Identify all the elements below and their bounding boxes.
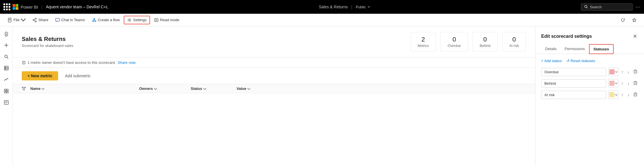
table-header: Name Owners Status Value [13, 84, 535, 93]
col-name[interactable]: Name [30, 86, 139, 91]
scorecard-subtitle: Scorecard for skateboard sales [22, 44, 73, 48]
svg-rect-34 [4, 100, 8, 104]
move-up-behind[interactable]: ↑ [621, 80, 624, 86]
stat-behind-label: Behind [480, 44, 490, 48]
sidebar-item-data[interactable] [1, 63, 11, 73]
move-down-overdue[interactable]: ↓ [627, 69, 630, 75]
move-down-atrisk[interactable]: ↓ [627, 92, 630, 98]
delete-overdue[interactable] [633, 68, 638, 76]
svg-marker-40 [22, 87, 25, 90]
top-bar-right: Search ⋯ [581, 3, 641, 11]
sidebar-item-new[interactable] [1, 40, 11, 50]
star-button[interactable] [629, 16, 639, 24]
file-button[interactable]: File [5, 16, 28, 24]
toolbar-right [618, 16, 639, 24]
panel-close-button[interactable]: ✕ [632, 32, 638, 41]
status-row-atrisk: ↑ ↓ [541, 90, 638, 99]
svg-rect-32 [4, 91, 6, 93]
svg-point-13 [95, 21, 96, 22]
share-button[interactable]: Share [29, 16, 51, 24]
svg-point-39 [24, 62, 24, 62]
settings-panel: Edit scorecard settings ✕ Details Permis… [535, 26, 644, 166]
app-name: Power BI [21, 5, 38, 9]
tab-statuses[interactable]: Statuses [589, 44, 614, 54]
panel-tabs: Details Permissions Statuses [535, 41, 644, 54]
tab-details[interactable]: Details [541, 44, 561, 54]
readmode-button[interactable]: Read mode [151, 16, 182, 24]
status-input-behind[interactable] [541, 79, 606, 88]
new-metric-button[interactable]: + New metric [22, 71, 58, 80]
status-input-overdue[interactable] [541, 68, 606, 76]
content-area: Sales & Returns Scorecard for skateboard… [13, 26, 535, 166]
workspace-title: Aquent vendor team – DevRel C+L [46, 5, 109, 9]
search-label: Search [590, 5, 602, 9]
visibility-badge[interactable]: Public [356, 5, 370, 9]
filter-button[interactable] [22, 87, 26, 91]
refresh-button[interactable] [618, 16, 628, 24]
color-swatch-behind [609, 81, 615, 86]
panel-title: Edit scorecard settings [541, 34, 592, 39]
stat-metrics-label: Metrics [418, 44, 429, 48]
stat-behind: 0 Behind [472, 32, 497, 52]
scorecard-title: Sales & Returns [22, 36, 73, 42]
col-value[interactable]: Value [237, 86, 271, 91]
add-status-button[interactable]: + Add status [541, 59, 562, 63]
svg-point-11 [94, 18, 95, 19]
svg-rect-31 [7, 89, 8, 91]
chat-button[interactable]: Chat in Teams [52, 16, 88, 24]
sidebar-item-workspaces[interactable] [1, 86, 11, 96]
move-up-overdue[interactable]: ↑ [621, 69, 624, 75]
col-owners[interactable]: Owners [139, 86, 191, 91]
status-color-atrisk[interactable] [608, 90, 618, 99]
stat-behind-value: 0 [480, 36, 490, 43]
tab-permissions[interactable]: Permissions [561, 44, 589, 54]
settings-button[interactable]: Settings [124, 16, 150, 24]
sidebar-item-browse[interactable] [1, 52, 11, 62]
panel-actions: + Add status ↺ Reset statuses [541, 59, 638, 63]
color-swatch-atrisk [609, 92, 615, 97]
left-sidebar [0, 26, 13, 166]
sidebar-item-metrics[interactable] [1, 74, 11, 85]
status-color-behind[interactable] [608, 79, 618, 88]
scorecard-info: Sales & Returns Scorecard for skateboard… [22, 36, 73, 48]
flow-button[interactable]: Create a flow [89, 16, 123, 24]
report-info: Sales & Returns | Public [111, 5, 579, 9]
status-color-overdue[interactable] [608, 68, 618, 76]
more-button[interactable]: ⋯ [635, 4, 641, 10]
microsoft-logo [13, 4, 18, 10]
svg-point-6 [35, 21, 36, 22]
panel-body: + Add status ↺ Reset statuses ↑ ↓ [535, 54, 644, 166]
report-title: Sales & Returns [319, 5, 348, 9]
sidebar-item-learn[interactable] [1, 97, 11, 108]
svg-point-0 [585, 5, 587, 8]
svg-marker-20 [633, 18, 636, 22]
svg-point-24 [5, 55, 7, 58]
delete-behind[interactable] [633, 80, 638, 87]
stat-atrisk-label: At risk [509, 44, 519, 48]
sidebar-item-home[interactable] [1, 29, 11, 39]
reset-statuses-button[interactable]: ↺ Reset statuses [566, 59, 595, 63]
waffle-menu[interactable] [3, 3, 10, 10]
svg-rect-41 [634, 70, 637, 73]
svg-rect-47 [634, 93, 637, 96]
stat-overdue-label: Overdue [448, 44, 461, 48]
scorecard-stats: 2 Metrics 0 Overdue 0 Behind 0 At risk [411, 32, 526, 52]
status-row-behind: ↑ ↓ [541, 79, 638, 88]
status-row-overdue: ↑ ↓ [541, 68, 638, 76]
svg-point-7 [33, 19, 34, 21]
share-link[interactable]: Share now. [118, 60, 136, 65]
info-bar: 1 metric owner doesn't have access to th… [13, 58, 535, 68]
svg-point-5 [35, 18, 36, 19]
col-status[interactable]: Status [191, 86, 237, 91]
search-box[interactable]: Search [581, 3, 633, 11]
svg-line-9 [34, 20, 35, 21]
delete-atrisk[interactable] [633, 91, 638, 98]
add-submetric-button[interactable]: Add submetric [60, 71, 95, 80]
color-swatch-overdue [609, 69, 615, 74]
status-input-atrisk[interactable] [541, 91, 606, 99]
move-up-atrisk[interactable]: ↑ [621, 92, 624, 98]
stat-atrisk-value: 0 [509, 36, 519, 43]
svg-rect-17 [155, 19, 158, 21]
move-down-behind[interactable]: ↓ [627, 80, 630, 86]
info-icon [22, 61, 26, 65]
